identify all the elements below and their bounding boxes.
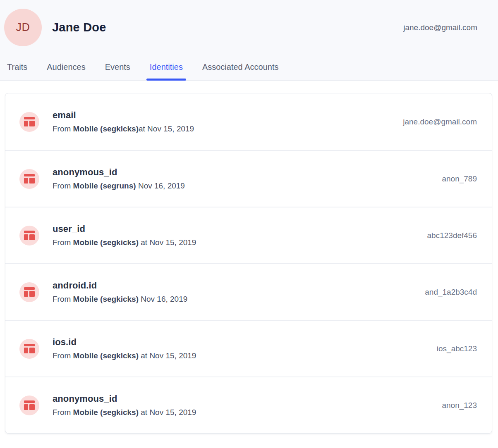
profile-header: JD Jane Doe jane.doe@gmail.com Traits Au… — [0, 0, 498, 81]
avatar: JD — [4, 9, 42, 46]
identity-source: From Mobile (segkicks) at Nov 15, 2019 — [53, 238, 196, 247]
layout-grid-icon — [19, 169, 39, 189]
layout-grid-icon — [19, 226, 39, 245]
layout-grid-icon — [19, 339, 39, 359]
layout-grid-icon — [19, 282, 39, 302]
identity-value: anon_123 — [442, 401, 477, 410]
tab-associated-accounts[interactable]: Associated Accounts — [202, 62, 279, 80]
tab-identities[interactable]: Identities — [150, 62, 183, 80]
layout-grid-icon — [19, 396, 39, 415]
identity-source: From Mobile (segkicks) Nov 16, 2019 — [53, 295, 187, 304]
identity-source: From Mobile (segkicks) at Nov 15, 2019 — [53, 351, 196, 360]
identity-value: abc123def456 — [427, 231, 477, 240]
identity-row: anonymous_id From Mobile (segkicks) at N… — [5, 377, 492, 433]
identity-source: From Mobile (segkicks) at Nov 15, 2019 — [53, 408, 196, 417]
identities-panel: email From Mobile (segkicks)at Nov 15, 2… — [0, 81, 498, 443]
identity-row: ios.id From Mobile (segkicks) at Nov 15,… — [5, 320, 492, 377]
identity-row: email From Mobile (segkicks)at Nov 15, 2… — [5, 93, 492, 150]
identity-row: user_id From Mobile (segkicks) at Nov 15… — [5, 207, 492, 263]
identity-value: jane.doe@gmail.com — [403, 117, 477, 126]
profile-header-top: JD Jane Doe jane.doe@gmail.com — [0, 0, 498, 46]
active-tab-underline — [146, 79, 186, 81]
identities-card: email From Mobile (segkicks)at Nov 15, 2… — [5, 93, 492, 434]
identity-name: anonymous_id — [53, 393, 196, 404]
user-email: jane.doe@gmail.com — [403, 23, 477, 32]
identity-name: email — [53, 110, 194, 121]
page-title: Jane Doe — [52, 21, 106, 34]
tab-bar: Traits Audiences Events Identities Assoc… — [0, 62, 498, 80]
layout-grid-icon — [19, 112, 39, 132]
tab-traits[interactable]: Traits — [7, 62, 27, 80]
identity-name: user_id — [53, 224, 196, 234]
identity-value: ios_abc123 — [437, 344, 477, 353]
identity-row: android.id From Mobile (segkicks) Nov 16… — [5, 263, 492, 320]
identity-name: anonymous_id — [53, 167, 185, 178]
identity-source: From Mobile (segkicks)at Nov 15, 2019 — [53, 124, 194, 133]
identity-value: anon_789 — [442, 174, 477, 183]
identity-source: From Mobile (segruns) Nov 16, 2019 — [53, 181, 185, 191]
tab-audiences[interactable]: Audiences — [47, 62, 85, 80]
identity-name: android.id — [53, 280, 187, 291]
avatar-initials: JD — [16, 21, 30, 34]
identity-value: and_1a2b3c4d — [425, 288, 477, 297]
tab-events[interactable]: Events — [105, 62, 130, 80]
identity-row: anonymous_id From Mobile (segruns) Nov 1… — [5, 150, 492, 207]
identity-name: ios.id — [53, 337, 196, 348]
